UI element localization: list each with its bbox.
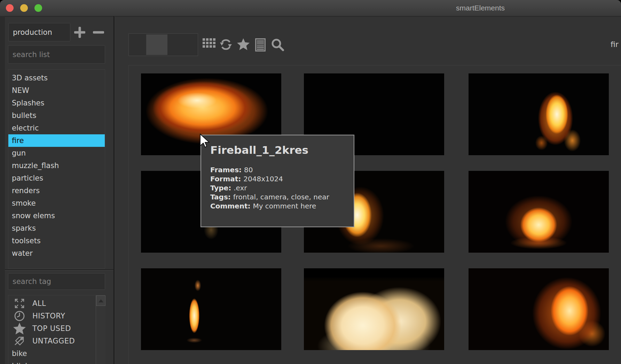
remove-list-button[interactable]	[93, 27, 104, 38]
tag-item-all[interactable]: ALL	[8, 297, 105, 310]
thumbnail-creamflames[interactable]	[304, 268, 444, 350]
sidebar-divider	[5, 270, 113, 271]
tag-label: TOP USED	[32, 324, 71, 333]
title-bar[interactable]: smartElements	[0, 0, 621, 17]
list-item-sparks[interactable]: sparks	[8, 222, 105, 235]
tooltip-field-frames: Frames: 80	[210, 165, 345, 174]
search-icon	[271, 47, 284, 53]
list-item-new[interactable]: NEW	[8, 84, 105, 97]
minus-icon	[93, 27, 104, 38]
window-edge	[0, 16, 5, 364]
star-icon	[237, 46, 250, 51]
list-item-toolsets[interactable]: toolsets	[8, 235, 105, 247]
sidebar-divider	[5, 269, 113, 270]
untagged-icon	[13, 335, 26, 347]
tag-list-scrollbar[interactable]	[96, 295, 105, 364]
tag-label: UNTAGGED	[32, 337, 75, 345]
list-item-muzzle_flash[interactable]: muzzle_flash	[8, 159, 105, 172]
clock-icon	[13, 310, 26, 322]
refresh-icon	[219, 47, 233, 52]
list-item-smoke[interactable]: smoke	[8, 197, 105, 209]
profile-input[interactable]	[8, 23, 70, 41]
slider-handle[interactable]	[146, 34, 167, 55]
tag-label: ALL	[32, 299, 46, 308]
tag-item-top-used[interactable]: TOP USED	[8, 322, 105, 335]
list-item-renders[interactable]: renders	[8, 184, 105, 197]
scroll-up-button[interactable]	[96, 295, 105, 306]
zoom-window-icon[interactable]	[34, 4, 42, 12]
close-window-icon[interactable]	[6, 4, 14, 12]
list-item-bullets[interactable]: bullets	[8, 109, 105, 122]
list-item-water[interactable]: water	[8, 247, 105, 260]
element-list: 3D assetsNEWSplashesbulletselectricfireg…	[8, 69, 105, 269]
list-item-3d-assets[interactable]: 3D assets	[8, 72, 105, 84]
tag-item-bike[interactable]: bike	[8, 347, 105, 360]
minimize-window-icon[interactable]	[20, 4, 28, 12]
grid-icon	[203, 44, 215, 49]
sidebar-splitter[interactable]	[113, 16, 115, 364]
star-icon	[13, 323, 26, 334]
app-window: smartElements 3D assetsNEWSplashesbullet…	[0, 0, 621, 364]
scroll-up-icon	[99, 299, 103, 302]
tag-item-history[interactable]: HISTORY	[8, 310, 105, 322]
list-item-snow-elems[interactable]: snow elems	[8, 209, 105, 222]
thumbnail-candle[interactable]	[141, 268, 281, 350]
grid-view-button[interactable]	[203, 38, 215, 49]
list-view-icon	[255, 47, 266, 53]
favorites-button[interactable]	[237, 38, 250, 51]
tooltip-field-type: Type: .exr	[210, 183, 345, 192]
expand-arrows-icon	[13, 298, 26, 309]
tag-item-untagged[interactable]: UNTAGGED	[8, 335, 105, 347]
list-item-fire[interactable]: fire	[8, 134, 105, 147]
list-view-button[interactable]	[255, 38, 266, 53]
list-item-particles[interactable]: particles	[8, 172, 105, 184]
tag-label: blink	[12, 362, 29, 364]
tooltip-field-comment: Comment: My comment here	[210, 201, 345, 211]
thumbnail-teepee[interactable]	[469, 171, 609, 253]
plus-icon	[74, 27, 85, 38]
thumbnail-size-slider[interactable]	[128, 33, 198, 56]
tag-label: HISTORY	[32, 312, 65, 320]
tooltip-title: Fireball_1_2kres	[210, 144, 345, 156]
element-tooltip: Fireball_1_2kres Frames: 80Format: 2048x…	[201, 135, 354, 227]
thumbnail-campfire[interactable]	[469, 73, 609, 155]
tooltip-field-format: Format: 2048x1024	[210, 174, 345, 183]
tag-item-blink[interactable]: blink	[8, 360, 105, 364]
panel-border	[128, 65, 621, 65]
list-item-splashes[interactable]: Splashes	[8, 97, 105, 109]
tag-label: bike	[12, 349, 27, 358]
search-button[interactable]	[271, 38, 284, 53]
panel-border	[128, 65, 129, 364]
tag-list: ALL HISTORY TOP USED UNTAGGEDbikeblink	[8, 295, 105, 364]
mouse-cursor-icon	[199, 133, 211, 149]
list-item-gun[interactable]: gun	[8, 147, 105, 159]
thumbnail-swirl[interactable]	[469, 268, 609, 350]
refresh-button[interactable]	[219, 38, 233, 52]
current-list-label-clipped: fir	[611, 39, 621, 50]
list-item-electric[interactable]: electric	[8, 122, 105, 134]
tooltip-field-tags: Tags: frontal, camera, close, near	[210, 192, 345, 201]
add-list-button[interactable]	[74, 27, 85, 38]
window-title: smartElements	[456, 0, 505, 16]
tooltip-fields: Frames: 80Format: 2048x1024Type: .exrTag…	[210, 165, 345, 211]
search-list-input[interactable]	[8, 45, 105, 64]
search-tag-input[interactable]	[8, 273, 105, 290]
